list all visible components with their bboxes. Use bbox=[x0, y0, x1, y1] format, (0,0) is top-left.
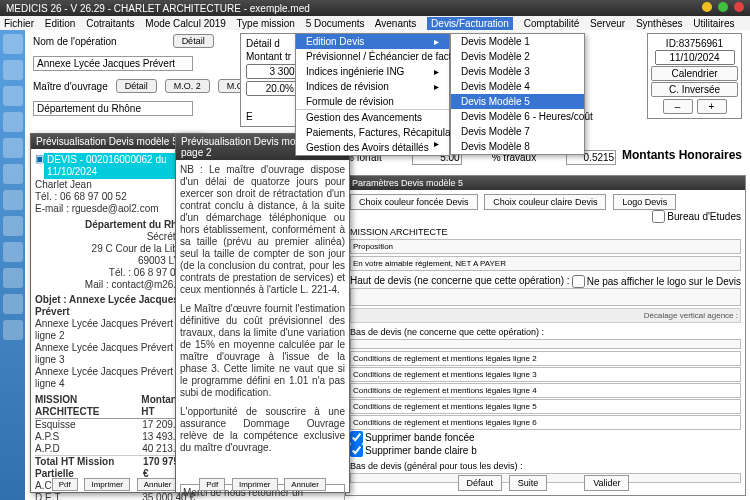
minimize-icon[interactable] bbox=[702, 2, 712, 12]
pv2-pdf-button[interactable]: Pdf bbox=[199, 478, 225, 491]
submenu-avancements[interactable]: Gestion des Avancements bbox=[296, 109, 449, 125]
sidebar-icon[interactable] bbox=[3, 164, 23, 184]
calendar-button[interactable]: Calendrier bbox=[651, 66, 738, 81]
color-light-button[interactable]: Choix couleur claire Devis bbox=[484, 194, 606, 210]
legal2[interactable]: Conditions de règlement et mentions léga… bbox=[350, 367, 741, 382]
date-input[interactable] bbox=[655, 50, 735, 65]
legal1[interactable]: Conditions de règlement et mentions léga… bbox=[350, 351, 741, 366]
suite-button[interactable]: Suite bbox=[509, 475, 548, 491]
sup1-label: Supprimer bande foncée bbox=[365, 432, 475, 443]
pv2-cancel-button[interactable]: Annuler bbox=[284, 478, 326, 491]
pct-input[interactable] bbox=[246, 81, 296, 96]
pv2-print-button[interactable]: Imprimer bbox=[232, 478, 278, 491]
submenu-indices-rev[interactable]: Indices de révision bbox=[296, 79, 449, 94]
menu-syntheses[interactable]: Synthèses bbox=[636, 18, 683, 29]
menu-mode-calcul[interactable]: Mode Calcul 2019 bbox=[145, 18, 226, 29]
sidebar-icon[interactable] bbox=[3, 320, 23, 340]
legal4[interactable]: Conditions de règlement et mentions léga… bbox=[350, 399, 741, 414]
sidebar-icon[interactable] bbox=[3, 112, 23, 132]
sidebar-icon[interactable] bbox=[3, 294, 23, 314]
submenu-avoirs[interactable]: Gestion des Avoirs détaillés bbox=[296, 140, 449, 155]
sidebar-icon[interactable] bbox=[3, 268, 23, 288]
submenu-formule[interactable]: Formule de révision bbox=[296, 94, 449, 109]
submenu-edition-devis[interactable]: Edition Devis bbox=[296, 34, 449, 49]
id-box: ID:83756961 Calendrier C. Inversée – + bbox=[647, 33, 742, 119]
menu-avenants[interactable]: Avenants bbox=[375, 18, 417, 29]
modele7[interactable]: Devis Modèle 7 bbox=[451, 124, 584, 139]
dept-input[interactable] bbox=[33, 101, 193, 116]
pv1-r5l: D.E.T. bbox=[35, 492, 62, 500]
submenu-paiements[interactable]: Paiements, Factures, Récapitulatifs bbox=[296, 125, 449, 140]
sidebar-icon[interactable] bbox=[3, 60, 23, 80]
defaut-button[interactable]: Défaut bbox=[458, 475, 503, 491]
pv1-obj4: Annexe Lycée Jacques Prévert ligne 4 bbox=[35, 366, 195, 390]
bet-checkbox[interactable] bbox=[652, 210, 665, 223]
param-window: Paramètres Devis modèle 5 Choix couleur … bbox=[345, 175, 746, 496]
modele5[interactable]: Devis Modèle 5 bbox=[451, 94, 584, 109]
menu-documents[interactable]: 5 Documents bbox=[306, 18, 365, 29]
plus-button[interactable]: + bbox=[697, 99, 727, 114]
submenu-modeles: Devis Modèle 1 Devis Modèle 2 Devis Modè… bbox=[450, 33, 585, 155]
pv1-r3l: A.P.D bbox=[35, 443, 60, 455]
nologo-checkbox[interactable] bbox=[572, 275, 585, 288]
close-icon[interactable] bbox=[734, 2, 744, 12]
menu-serveur[interactable]: Serveur bbox=[590, 18, 625, 29]
modele3[interactable]: Devis Modèle 3 bbox=[451, 64, 584, 79]
menu-edition[interactable]: Edition bbox=[45, 18, 76, 29]
minus-button[interactable]: – bbox=[663, 99, 693, 114]
id-value: ID:83756961 bbox=[651, 38, 738, 49]
net-field[interactable]: En votre aimable règlement, NET A PAYER bbox=[350, 256, 741, 271]
legal5[interactable]: Conditions de règlement et mentions léga… bbox=[350, 415, 741, 430]
sidebar-icon[interactable] bbox=[3, 86, 23, 106]
haut-text[interactable] bbox=[350, 288, 741, 306]
prop-field[interactable]: Proposition bbox=[350, 239, 741, 254]
pv1-tot1l: Total HT Mission Partielle bbox=[35, 456, 143, 480]
pv1-tel: Tél. : 06 68 97 00 52 bbox=[35, 191, 195, 203]
sidebar-icon[interactable] bbox=[3, 190, 23, 210]
menu-fichier[interactable]: Fichier bbox=[4, 18, 34, 29]
param-title: Paramètres Devis modèle 5 bbox=[346, 176, 745, 190]
nologo-label: Ne pas afficher le logo sur le Devis bbox=[587, 276, 741, 287]
maximize-icon[interactable] bbox=[718, 2, 728, 12]
pv2-p1: NB : Le maître d'ouvrage dispose d'un dé… bbox=[180, 164, 345, 296]
sup1-checkbox[interactable] bbox=[350, 431, 363, 444]
mo-detail-button[interactable]: Détail bbox=[116, 79, 157, 93]
sidebar-icon[interactable] bbox=[3, 34, 23, 54]
detail-button[interactable]: Détail bbox=[173, 34, 214, 48]
menu-type-mission[interactable]: Type mission bbox=[237, 18, 295, 29]
bas1-text[interactable] bbox=[350, 339, 741, 349]
valider-button[interactable]: Valider bbox=[584, 475, 629, 491]
modele6[interactable]: Devis Modèle 6 - Heures/coût bbox=[451, 109, 584, 124]
pv1-title: Prévisualisation Devis modèle 5 bbox=[36, 136, 178, 147]
modele4[interactable]: Devis Modèle 4 bbox=[451, 79, 584, 94]
sidebar-icon[interactable] bbox=[3, 216, 23, 236]
pv1-cancel-button[interactable]: Annuler bbox=[137, 478, 179, 491]
bas1-label: Bas de devis (ne concerne que cette opér… bbox=[350, 327, 741, 337]
menu-cotraitants[interactable]: Cotraitants bbox=[86, 18, 134, 29]
legal3[interactable]: Conditions de règlement et mentions léga… bbox=[350, 383, 741, 398]
color-dark-button[interactable]: Choix couleur foncée Devis bbox=[350, 194, 478, 210]
pv1-print-button[interactable]: Imprimer bbox=[84, 478, 130, 491]
bet-label: Bureau d'Etudes bbox=[667, 211, 741, 222]
sup2-checkbox[interactable] bbox=[350, 444, 363, 457]
menu-comptabilite[interactable]: Comptabilité bbox=[524, 18, 580, 29]
modele1[interactable]: Devis Modèle 1 bbox=[451, 34, 584, 49]
submenu-indices-ing[interactable]: Indices ingénierie ING bbox=[296, 64, 449, 79]
mt-label: Montant tr bbox=[246, 51, 291, 62]
menu-devis-facturation[interactable]: Devis/Facturation bbox=[427, 17, 513, 30]
sup2-label: Supprimer bande claire b bbox=[365, 445, 477, 456]
menu-utilitaires[interactable]: Utilitaires bbox=[693, 18, 734, 29]
sidebar-icon[interactable] bbox=[3, 242, 23, 262]
mo2-button[interactable]: M.O. 2 bbox=[165, 79, 210, 93]
modele2[interactable]: Devis Modèle 2 bbox=[451, 49, 584, 64]
logo-button[interactable]: Logo Devis bbox=[613, 194, 676, 210]
bas2-label: Bas de devis (général pour tous les devi… bbox=[350, 461, 741, 471]
sidebar-icon[interactable] bbox=[3, 138, 23, 158]
op-name-input[interactable] bbox=[33, 56, 193, 71]
submenu-previsionnel[interactable]: Prévisionnel / Échéancier de facturation bbox=[296, 49, 449, 64]
cinv-button[interactable]: C. Inversée bbox=[651, 82, 738, 97]
modele8[interactable]: Devis Modèle 8 bbox=[451, 139, 584, 154]
op-name-label: Nom de l'opération bbox=[33, 36, 117, 47]
submenu-devis: Edition Devis Prévisionnel / Échéancier … bbox=[295, 33, 450, 156]
pv1-pdf-button[interactable]: Pdf bbox=[52, 478, 78, 491]
